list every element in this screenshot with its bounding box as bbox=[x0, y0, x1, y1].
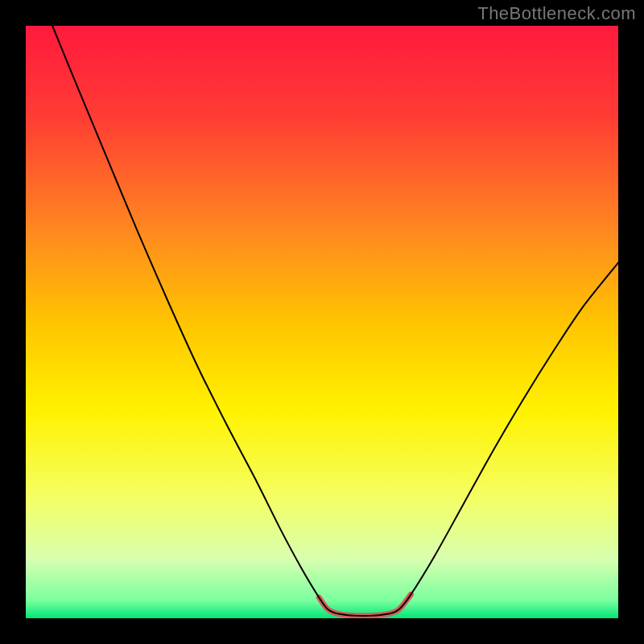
chart-svg bbox=[26, 26, 618, 618]
chart-frame: TheBottleneck.com bbox=[0, 0, 644, 644]
watermark-text: TheBottleneck.com bbox=[477, 3, 636, 24]
gradient-background bbox=[26, 26, 618, 618]
plot-area bbox=[26, 26, 618, 618]
